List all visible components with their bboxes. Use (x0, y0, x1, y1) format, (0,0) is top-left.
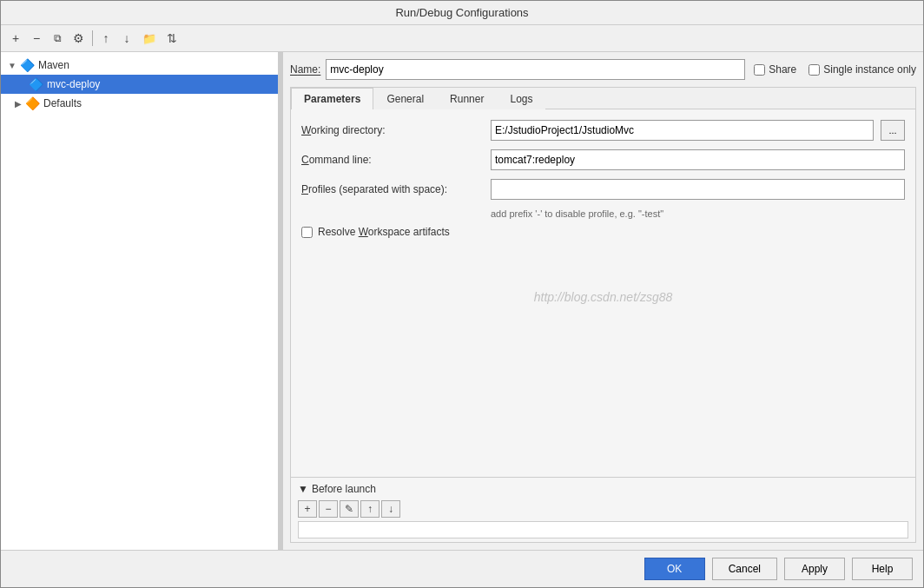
profiles-input[interactable] (491, 179, 905, 200)
defaults-icon: 🔶 (25, 96, 40, 110)
command-line-label: Command line: (301, 154, 484, 166)
settings-config-button[interactable]: ⚙ (69, 29, 89, 48)
tab-runner[interactable]: Runner (437, 88, 497, 109)
tab-bar: Parameters General Runner Logs (291, 88, 915, 109)
mvc-deploy-label: mvc-deploy (47, 78, 100, 90)
before-launch-up-button[interactable]: ↑ (360, 500, 380, 518)
checkboxes-row: Share Single instance only (754, 63, 916, 76)
tab-parameters[interactable]: Parameters (291, 88, 373, 109)
profiles-hint: add prefix '-' to disable profile, e.g. … (491, 208, 905, 219)
share-label: Share (769, 63, 796, 76)
folder-button[interactable]: 📁 (138, 29, 161, 48)
working-directory-browse-button[interactable]: ... (881, 120, 905, 141)
maven-icon: 🔷 (20, 58, 35, 72)
main-window: Run/Debug Configurations + − ⧉ ⚙ ↑ ↓ 📁 ⇅… (0, 0, 924, 588)
bottom-bar: OK Cancel Apply Help (1, 550, 923, 587)
resolve-workspace-row: Resolve Workspace artifacts (301, 226, 905, 238)
watermark: http://blog.csdn.net/zsg88 (301, 290, 905, 304)
before-launch-add-button[interactable]: + (298, 500, 317, 518)
name-input[interactable] (326, 59, 745, 80)
before-launch-title: Before launch (312, 483, 376, 495)
sort-button[interactable]: ⇅ (162, 29, 182, 48)
remove-config-button[interactable]: − (27, 29, 46, 48)
profiles-row: Profiles (separated with space): (301, 179, 905, 200)
toolbar: + − ⧉ ⚙ ↑ ↓ 📁 ⇅ (1, 25, 923, 52)
tabs-panel: Parameters General Runner Logs (290, 87, 916, 543)
share-checkbox[interactable] (754, 64, 765, 76)
single-instance-checkbox[interactable] (808, 64, 820, 76)
copy-config-button[interactable]: ⧉ (48, 29, 67, 48)
before-launch-toolbar: + − ✎ ↑ ↓ (298, 499, 908, 519)
apply-button[interactable]: Apply (784, 558, 845, 580)
tab-content-parameters: Working directory: ... Command line: (291, 109, 915, 477)
maven-arrow: ▼ (8, 61, 16, 70)
before-launch-section: ▼ Before launch + − ✎ ↑ ↓ (291, 477, 915, 542)
help-button[interactable]: Help (852, 558, 913, 580)
defaults-label: Defaults (43, 97, 82, 109)
tab-logs[interactable]: Logs (497, 88, 545, 109)
move-up-button[interactable]: ↑ (96, 29, 116, 48)
title-bar: Run/Debug Configurations (1, 1, 923, 25)
sidebar-item-maven[interactable]: ▼ 🔷 Maven (1, 56, 278, 75)
command-line-row: Command line: (301, 149, 905, 170)
before-launch-header: ▼ Before launch (298, 483, 908, 495)
main-content: ▼ 🔷 Maven 🔷 mvc-deploy ▶ 🔶 Defaults Name… (1, 52, 923, 550)
move-down-button[interactable]: ↓ (117, 29, 136, 48)
working-directory-input[interactable] (491, 120, 874, 141)
profiles-label: Profiles (separated with space): (301, 183, 484, 195)
working-directory-row: Working directory: ... (301, 120, 905, 141)
tab-general[interactable]: General (373, 88, 437, 109)
right-panel: Name: Share Single instance only (283, 52, 923, 550)
share-checkbox-label[interactable]: Share (754, 63, 796, 76)
name-label: Name: (290, 63, 320, 76)
mvc-deploy-icon: 🔷 (29, 77, 43, 91)
maven-label: Maven (38, 59, 69, 71)
toolbar-separator-1 (92, 30, 93, 46)
before-launch-remove-button[interactable]: − (319, 500, 338, 518)
single-instance-label: Single instance only (823, 63, 916, 76)
defaults-arrow: ▶ (15, 99, 22, 109)
cancel-button[interactable]: Cancel (712, 558, 777, 580)
command-line-input[interactable] (491, 149, 905, 170)
before-launch-down-button[interactable]: ↓ (381, 500, 400, 518)
sidebar-item-mvc-deploy[interactable]: 🔷 mvc-deploy (1, 75, 278, 94)
ok-button[interactable]: OK (644, 558, 705, 580)
window-title: Run/Debug Configurations (395, 6, 528, 19)
sidebar-item-defaults[interactable]: ▶ 🔶 Defaults (1, 94, 278, 113)
resolve-workspace-checkbox[interactable] (301, 227, 313, 238)
single-instance-checkbox-label[interactable]: Single instance only (808, 63, 916, 76)
sidebar: ▼ 🔷 Maven 🔷 mvc-deploy ▶ 🔶 Defaults (1, 52, 279, 550)
working-directory-label: Working directory: (301, 124, 484, 136)
before-launch-edit-button[interactable]: ✎ (340, 500, 359, 518)
resolve-workspace-label: Resolve Workspace artifacts (318, 226, 450, 238)
add-config-button[interactable]: + (6, 29, 25, 48)
before-launch-list (298, 521, 908, 538)
name-row: Name: Share Single instance only (290, 59, 916, 80)
